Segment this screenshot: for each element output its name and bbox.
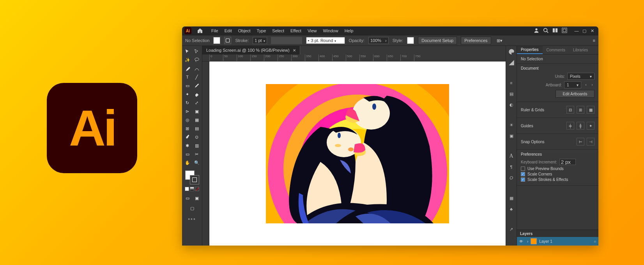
units-dropdown[interactable]: Pixels▾: [567, 73, 594, 80]
stroke-width-dropdown[interactable]: 1 pt: [253, 37, 267, 44]
color-mode-icon[interactable]: [185, 187, 189, 191]
character-panel-icon[interactable]: A: [508, 153, 515, 160]
document-tab[interactable]: Loading Screen.ai @ 100 % (RGB/Preview) …: [202, 46, 300, 54]
curvature-tool[interactable]: [192, 65, 202, 72]
free-transform-tool[interactable]: ▣: [192, 107, 202, 115]
line-tool[interactable]: ╱: [192, 73, 202, 81]
home-icon[interactable]: [197, 28, 203, 34]
layer-name[interactable]: Layer 1: [539, 239, 552, 244]
graphic-styles-icon[interactable]: ▣: [508, 132, 515, 139]
opacity-dropdown[interactable]: 100%›: [368, 37, 389, 44]
symbol-sprayer-tool[interactable]: ✱: [183, 142, 192, 149]
fill-swatch[interactable]: [213, 37, 220, 44]
workspace-icon[interactable]: [552, 28, 558, 34]
tab-properties[interactable]: Properties: [517, 46, 543, 54]
grid-toggle-icon[interactable]: ⊞: [577, 106, 584, 114]
brush-dropdown[interactable]: • 3 pt. Round: [306, 37, 345, 44]
ruler-toggle-icon[interactable]: ⊟: [566, 106, 574, 114]
align-panel-icon[interactable]: ▦: [508, 195, 515, 202]
minimize-icon[interactable]: —: [574, 28, 579, 33]
show-guides-icon[interactable]: ╪: [566, 122, 574, 130]
preferences-button[interactable]: Preferences: [461, 37, 491, 44]
export-panel-icon[interactable]: ↗: [508, 226, 515, 233]
user-icon[interactable]: [534, 28, 539, 34]
edit-artboards-button[interactable]: Edit Artboards: [556, 90, 594, 98]
rectangle-tool[interactable]: ▭: [183, 82, 192, 90]
selection-tool[interactable]: [183, 47, 192, 55]
slice-tool[interactable]: ✂: [192, 150, 202, 158]
color-guide-icon[interactable]: [508, 59, 515, 66]
scale-strokes-checkbox[interactable]: ✓Scale Strokes & Effects: [521, 177, 594, 182]
transparency-grid-icon[interactable]: ▦: [587, 106, 594, 114]
use-preview-bounds-checkbox[interactable]: Use Preview Bounds: [521, 167, 594, 171]
pathfinder-panel-icon[interactable]: ♣: [508, 205, 515, 212]
tab-libraries[interactable]: Libraries: [569, 46, 592, 54]
align-icon[interactable]: ⊞▾: [497, 38, 502, 43]
menu-file[interactable]: File: [209, 28, 221, 34]
scale-corners-checkbox[interactable]: ✓Scale Corners: [521, 172, 594, 176]
gradient-tool[interactable]: ▤: [192, 125, 202, 132]
gradient-mode-icon[interactable]: [190, 187, 194, 191]
snap-point-icon[interactable]: ⊢: [577, 138, 584, 146]
lock-guides-icon[interactable]: ╫: [577, 122, 584, 130]
blend-tool[interactable]: ⊙: [192, 133, 202, 141]
none-mode-icon[interactable]: [195, 187, 199, 191]
artboard-dropdown[interactable]: 1▾: [564, 81, 581, 88]
tab-comments[interactable]: Comments: [543, 46, 569, 54]
paragraph-panel-icon[interactable]: ¶: [508, 163, 515, 170]
mesh-tool[interactable]: ⊞: [183, 125, 192, 132]
close-icon[interactable]: ✕: [590, 28, 594, 33]
canvas[interactable]: [209, 61, 506, 246]
menu-effect[interactable]: Effect: [288, 28, 304, 34]
rotate-tool[interactable]: ↻: [183, 99, 192, 107]
close-tab-icon[interactable]: ✕: [293, 48, 296, 53]
keyboard-increment-input[interactable]: [559, 159, 576, 165]
arrange-icon[interactable]: [562, 28, 567, 34]
draw-normal-icon[interactable]: ▭: [183, 194, 192, 202]
smart-guides-icon[interactable]: ✦: [587, 122, 594, 130]
next-artboard-icon[interactable]: ›: [590, 82, 594, 87]
menu-window[interactable]: Window: [320, 28, 341, 34]
paintbrush-tool[interactable]: [192, 82, 202, 90]
scale-tool[interactable]: ⤢: [192, 99, 202, 107]
edit-toolbar-icon[interactable]: •••: [188, 216, 196, 222]
pen-tool[interactable]: [183, 65, 192, 72]
search-icon[interactable]: [543, 28, 548, 34]
layer-row[interactable]: 👁 › Layer 1 ○: [517, 237, 598, 246]
appearance-panel-icon[interactable]: ☀: [508, 121, 515, 128]
hand-tool[interactable]: ✋: [183, 159, 192, 167]
graph-tool[interactable]: ▥: [192, 142, 202, 149]
magic-wand-tool[interactable]: ✨: [183, 56, 192, 64]
shaper-tool[interactable]: ✦: [183, 90, 192, 98]
eraser-tool[interactable]: [192, 90, 202, 98]
screen-mode-icon[interactable]: ▢: [188, 204, 197, 212]
eyedropper-tool[interactable]: [183, 133, 192, 141]
transparency-panel-icon[interactable]: ◐: [508, 101, 515, 108]
gradient-panel-icon[interactable]: ▤: [508, 90, 515, 97]
menu-type[interactable]: Type: [254, 28, 269, 34]
menu-edit[interactable]: Edit: [222, 28, 235, 34]
perspective-tool[interactable]: ▦: [192, 116, 202, 124]
snap-grid-icon[interactable]: ⊣: [587, 138, 594, 146]
menu-view[interactable]: View: [305, 28, 320, 34]
variable-width-profile[interactable]: [271, 37, 302, 44]
layer-target-icon[interactable]: ○: [594, 239, 596, 244]
zoom-tool[interactable]: 🔍: [192, 159, 202, 167]
lasso-tool[interactable]: [192, 56, 202, 64]
maximize-icon[interactable]: ▢: [582, 28, 587, 33]
panel-menu-icon[interactable]: ≡: [593, 38, 595, 43]
document-setup-button[interactable]: Document Setup: [418, 37, 457, 44]
menu-help[interactable]: Help: [342, 28, 356, 34]
opentype-panel-icon[interactable]: O: [508, 174, 515, 181]
type-tool[interactable]: T: [183, 73, 192, 81]
direct-selection-tool[interactable]: [192, 47, 202, 55]
fill-stroke-indicator[interactable]: [185, 170, 199, 184]
width-tool[interactable]: ⊳: [183, 107, 192, 115]
stroke-swatch[interactable]: [224, 37, 231, 44]
stroke-panel-icon[interactable]: ≡: [508, 79, 515, 86]
prev-artboard-icon[interactable]: ‹: [584, 82, 588, 87]
menu-select[interactable]: Select: [269, 28, 287, 34]
color-panel-icon[interactable]: [508, 48, 515, 55]
shape-builder-tool[interactable]: ◎: [183, 116, 192, 124]
style-swatch[interactable]: [407, 37, 414, 44]
